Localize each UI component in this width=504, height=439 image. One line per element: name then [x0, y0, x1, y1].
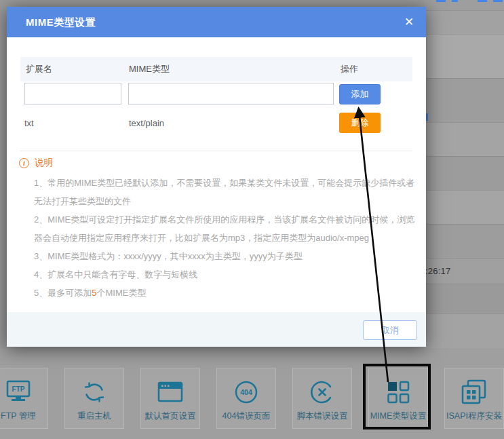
dialog-header: MIME类型设置 ✕	[7, 7, 426, 37]
mime-settings-dialog: MIME类型设置 ✕ 扩展名 MIME类型 操作 添加 txt text/pla…	[7, 7, 426, 347]
card-default-homepage[interactable]: 默认首页设置	[140, 368, 200, 429]
table-row	[425, 284, 504, 313]
script-error-icon	[309, 377, 336, 407]
notice-header: i 说明	[19, 156, 53, 170]
column-header-mime-type: MIME类型	[129, 57, 170, 81]
ftp-monitor-icon: FTP	[5, 377, 32, 407]
restart-icon	[81, 377, 108, 407]
notice-line-limit: 5、最多可添加5个MIME类型	[34, 284, 421, 302]
notice-line: 器会自动使用指定应用程序来打开，比如扩展名为mp3，指定应用类型为audio/x…	[34, 229, 421, 247]
browser-window-icon	[157, 377, 184, 407]
mime-card-highlight-box	[363, 364, 431, 430]
table-row	[425, 313, 504, 348]
card-label: 默认首页设置	[145, 411, 196, 422]
extension-input[interactable]	[24, 83, 121, 104]
isapi-install-icon	[460, 377, 488, 407]
404-circle-icon: 404	[233, 377, 260, 407]
column-header-action: 操作	[341, 57, 358, 81]
notice-line: 3、MIME类型格式为：xxxx/yyyy，其中xxxx为主类型，yyyy为子类…	[34, 247, 421, 265]
topbar-icon-fragment	[436, 0, 446, 2]
info-icon: i	[19, 158, 29, 168]
table-row	[425, 190, 504, 224]
timestamp-fragment: :26:17	[425, 266, 450, 276]
topbar-icon-fragment	[452, 0, 458, 2]
dialog-footer: 取消	[7, 312, 426, 347]
card-label: 重启主机	[77, 411, 111, 422]
card-label: 脚本错误设置	[297, 411, 348, 422]
row-mime-value: text/plain	[129, 118, 164, 128]
card-label: 404错误页面	[222, 411, 271, 422]
card-script-error[interactable]: 脚本错误设置	[292, 368, 352, 429]
notice-line: 1、常用的MIME类型已经默认添加，不需要设置，如果某类文件未设置，可能会提示缺…	[34, 174, 421, 192]
mime-type-input[interactable]	[128, 83, 334, 104]
notice-line: 4、扩展名中只能含有字母、数字与短横线	[34, 265, 421, 284]
cancel-button[interactable]: 取消	[363, 320, 417, 340]
table-row	[425, 34, 504, 78]
table-row	[425, 122, 504, 156]
add-button[interactable]: 添加	[339, 84, 381, 104]
svg-text:FTP: FTP	[12, 385, 25, 393]
card-restart-host[interactable]: 重启主机	[64, 368, 124, 429]
svg-text:404: 404	[240, 388, 252, 396]
divider	[20, 151, 412, 151]
column-header-extension: 扩展名	[26, 57, 52, 81]
close-icon[interactable]: ✕	[402, 15, 416, 30]
card-label: ISAPI程序安装	[446, 411, 502, 422]
table-row	[425, 224, 504, 258]
dimmed-table-background	[425, 0, 504, 348]
row-extension-value: txt	[24, 118, 34, 128]
notice-text: 1、常用的MIME类型已经默认添加，不需要设置，如果某类文件未设置，可能会提示缺…	[34, 174, 421, 302]
delete-button[interactable]: 删除	[339, 113, 381, 133]
card-ftp-manage[interactable]: FTP FTP 管理	[0, 368, 48, 429]
notice-title: 说明	[35, 157, 53, 169]
topbar-icon-fragment	[493, 0, 503, 2]
table-row	[425, 10, 504, 34]
notice-line: 2、MIME类型可设定打开指定扩展名文件所使用的应用程序，当该扩展名文件被访问的…	[34, 210, 421, 229]
table-header-row: 扩展名 MIME类型 操作	[20, 57, 412, 81]
topbar-icon-fragment	[478, 0, 487, 2]
card-404-error-page[interactable]: 404 404错误页面	[216, 368, 276, 429]
card-label: FTP 管理	[1, 411, 36, 422]
dialog-title: MIME类型设置	[26, 7, 96, 37]
table-row	[425, 78, 504, 122]
table-row	[425, 156, 504, 190]
notice-line: 无法打开某些类型的文件	[34, 192, 421, 210]
card-isapi-install[interactable]: ISAPI程序安装	[444, 368, 504, 429]
